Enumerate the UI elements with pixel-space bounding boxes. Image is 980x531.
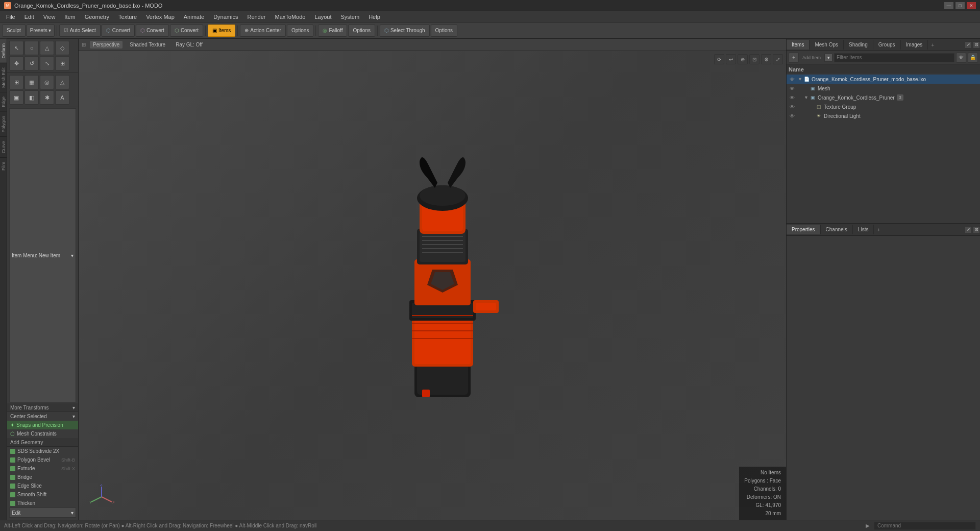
rp-bottom-tab-properties[interactable]: Properties — [787, 225, 821, 234]
filter-icon[interactable]: ▾ — [824, 54, 832, 62]
options-button-1[interactable]: Options — [287, 25, 313, 37]
menu-file[interactable]: File — [2, 13, 19, 21]
tool-move[interactable]: ✥ — [9, 56, 23, 70]
eye-icon-mesh[interactable]: 👁 — [789, 85, 796, 92]
action-center-button[interactable]: ⊕ Action Center — [240, 25, 286, 37]
rp-detach-btn[interactable]: ⊡ — [973, 41, 980, 49]
vtab-deform[interactable]: Deform — [0, 39, 7, 63]
tool-smooth-shift[interactable]: Smooth Shift — [7, 490, 78, 499]
tree-item-light[interactable]: 👁 ☀ Directional Light — [787, 111, 980, 120]
rp-tab-shading[interactable]: Shading — [844, 40, 873, 50]
tool-select[interactable]: ↖ — [9, 41, 23, 55]
tool-sds-subdivide[interactable]: SDS Subdivide 2X — [7, 447, 78, 455]
menu-system[interactable]: System — [336, 13, 363, 21]
tool-cube[interactable]: ▣ — [9, 90, 23, 105]
items-button[interactable]: ▣ Items — [208, 25, 235, 37]
tool-text[interactable]: A — [55, 90, 69, 105]
tool-sphere[interactable]: ◎ — [40, 75, 54, 89]
presets-dropdown[interactable]: Presets ▾ — [27, 25, 55, 37]
tool-transform[interactable]: ⊞ — [55, 56, 69, 70]
tool-polygon-bevel[interactable]: Polygon Bevel Shift-B — [7, 455, 78, 464]
tool-diamond[interactable]: ◇ — [55, 41, 69, 55]
maximize-button[interactable]: □ — [955, 2, 965, 9]
tool-scale[interactable]: ⤡ — [40, 56, 54, 70]
rp-tab-meshops[interactable]: Mesh Ops — [810, 40, 844, 50]
vp-tab-perspective[interactable]: Perspective — [90, 41, 122, 49]
viewport-canvas[interactable]: ⟳ ↩ ⊕ ⊡ ⚙ ⤢ X Y Z No Items — [79, 51, 786, 520]
edit-dropdown[interactable]: Edit ▾ — [9, 508, 76, 518]
rp-eye-toggle[interactable]: 👁 — [956, 53, 966, 63]
rp-bottom-tab-channels[interactable]: Channels — [821, 225, 853, 234]
convert-button-3[interactable]: ⬡ Convert — [170, 25, 203, 37]
menu-dynamics[interactable]: Dynamics — [209, 13, 242, 21]
tool-triangle[interactable]: △ — [40, 41, 54, 55]
vp-settings-icon[interactable]: ⚙ — [761, 54, 771, 64]
vp-expand-icon[interactable]: ⤢ — [773, 54, 783, 64]
convert-button-2[interactable]: ⬡ Convert — [136, 25, 169, 37]
minimize-button[interactable]: — — [944, 2, 953, 9]
eye-icon-texture[interactable]: 👁 — [789, 103, 796, 110]
more-transforms-section[interactable]: More Transforms ▾ — [7, 403, 78, 412]
options-button-2[interactable]: Options — [348, 25, 375, 37]
rp-tab-images[interactable]: Images — [901, 40, 928, 50]
tool-star[interactable]: ✱ — [40, 90, 54, 105]
vtab-meshedit[interactable]: Mesh Edit — [0, 63, 7, 92]
vtab-film[interactable]: Film — [0, 157, 7, 175]
menu-geometry[interactable]: Geometry — [81, 13, 113, 21]
tree-item-pruner[interactable]: 👁 ▼ ▣ Orange_Komok_Cordless_Pruner 3 — [787, 93, 980, 102]
center-selected-item[interactable]: Center Selected ▾ — [7, 412, 78, 421]
tree-item-texture[interactable]: 👁 ◫ Texture Group — [787, 102, 980, 111]
tree-item-root[interactable]: 👁 ▼ 📄 Orange_Komok_Cordless_Pruner_modo_… — [787, 75, 980, 84]
rp-bottom-detach-btn[interactable]: ⊡ — [973, 226, 980, 233]
vtab-curve[interactable]: Curve — [0, 136, 7, 157]
add-geometry-section[interactable]: Add Geometry — [7, 438, 78, 447]
falloff-button[interactable]: ◎ Falloff — [318, 25, 347, 37]
menu-vertexmap[interactable]: Vertex Map — [142, 13, 179, 21]
tool-cone[interactable]: △ — [55, 75, 69, 89]
tool-bridge[interactable]: Bridge — [7, 473, 78, 481]
eye-icon-light[interactable]: 👁 — [789, 112, 796, 119]
sculpt-button[interactable]: Sculpt — [2, 25, 26, 37]
vp-tab-raygl[interactable]: Ray GL: Off — [173, 41, 206, 49]
rp-bottom-tab-add[interactable]: + — [874, 225, 883, 235]
convert-button-1[interactable]: ⬡ Convert — [102, 25, 135, 37]
tool-half[interactable]: ◧ — [24, 90, 39, 105]
tool-edge-slice[interactable]: Edge Slice — [7, 481, 78, 490]
rp-lock-toggle[interactable]: 🔒 — [968, 53, 978, 63]
tool-grid[interactable]: ⊞ — [9, 75, 23, 89]
tree-arrow-pruner[interactable]: ▼ — [804, 95, 809, 100]
menu-maxtomodo[interactable]: MaxToModo — [271, 13, 310, 21]
vp-undo-icon[interactable]: ↩ — [726, 54, 736, 64]
tree-item-mesh[interactable]: 👁 ▣ Mesh — [787, 84, 980, 93]
select-through-button[interactable]: ⬡ Select Through — [380, 25, 430, 37]
vp-tab-shaded[interactable]: Shaded Texture — [127, 41, 168, 49]
snaps-precision-item[interactable]: ✦ Snaps and Precision — [7, 421, 78, 429]
rp-tab-items[interactable]: Items — [787, 40, 810, 50]
item-menu-dropdown[interactable]: Item Menu: New Item ▾ — [9, 108, 76, 402]
rp-tab-groups[interactable]: Groups — [873, 40, 901, 50]
eye-icon-pruner[interactable]: 👁 — [789, 94, 796, 101]
vp-expand-icon[interactable]: ⊞ — [82, 42, 86, 47]
mesh-constraints-item[interactable]: ⬡ Mesh Constraints — [7, 429, 78, 438]
tool-extrude[interactable]: Extrude Shift-X — [7, 464, 78, 473]
menu-view[interactable]: View — [39, 13, 60, 21]
menu-render[interactable]: Render — [243, 13, 270, 21]
window-controls[interactable]: — □ ✕ — [944, 2, 976, 9]
rp-bottom-tab-lists[interactable]: Lists — [853, 225, 874, 234]
menu-texture[interactable]: Texture — [114, 13, 141, 21]
tool-rotate[interactable]: ↺ — [24, 56, 39, 70]
menu-edit[interactable]: Edit — [20, 13, 38, 21]
vtab-polygon[interactable]: Polygon — [0, 111, 7, 137]
eye-icon-root[interactable]: 👁 — [789, 76, 796, 83]
add-item-button[interactable]: + — [789, 53, 799, 63]
rp-resize-btn[interactable]: ⤢ — [965, 41, 972, 49]
menu-help[interactable]: Help — [364, 13, 384, 21]
close-button[interactable]: ✕ — [967, 2, 976, 9]
options-button-3[interactable]: Options — [431, 25, 457, 37]
menu-animate[interactable]: Animate — [180, 13, 208, 21]
vtab-edge[interactable]: Edge — [0, 92, 7, 111]
tree-arrow-root[interactable]: ▼ — [798, 77, 803, 82]
tool-circle[interactable]: ○ — [24, 41, 39, 55]
tool-mesh[interactable]: ▦ — [24, 75, 39, 89]
menu-item[interactable]: Item — [60, 13, 79, 21]
